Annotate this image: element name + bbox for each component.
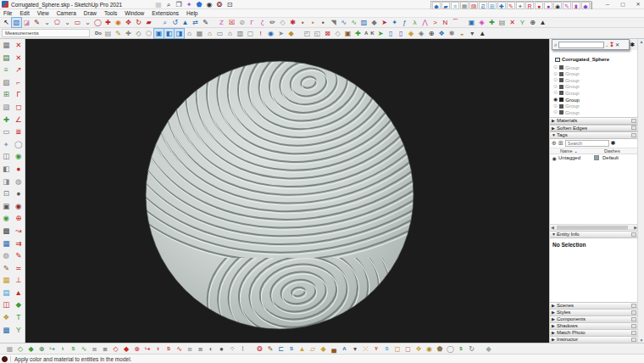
chevron-down-icon[interactable]: ⌄	[605, 42, 608, 47]
plugin-tool-icon[interactable]: ▦	[1, 275, 11, 285]
plugin-tool-icon[interactable]: ↗	[14, 64, 24, 75]
plugin-tool-icon[interactable]: ↝	[14, 226, 24, 236]
plugin-tool-icon[interactable]: ◍	[14, 176, 24, 187]
plugin-tool-icon[interactable]: ◧	[1, 164, 11, 174]
plugin-tool-icon[interactable]: ≡	[451, 2, 459, 9]
outliner-group-row[interactable]: ⊙Group	[553, 64, 580, 70]
plugin-tool-icon[interactable]: ⊏	[276, 344, 286, 354]
plugin-tool-icon[interactable]: ▨	[469, 2, 478, 9]
house-icon[interactable]: ⌂	[225, 29, 235, 38]
plugin-tool-icon[interactable]: S	[69, 344, 78, 354]
plugin-tool-icon[interactable]: ✕	[14, 53, 24, 63]
plugin-tool-icon[interactable]: ≣	[14, 126, 24, 137]
outliner-root-item[interactable]: Corrugated_Sphere	[555, 57, 609, 62]
pencil-icon[interactable]: ✎	[32, 18, 42, 27]
add-tag-icon[interactable]: ⊕	[552, 140, 557, 147]
plugin-tool-icon[interactable]: ↻	[467, 344, 476, 354]
plugin-tool-icon[interactable]: ◆	[407, 29, 416, 38]
plugin-tool-icon[interactable]: ▾	[351, 344, 360, 354]
plugin-tool-icon[interactable]: R	[525, 2, 534, 9]
plugin-tool-icon[interactable]: ◉	[553, 2, 562, 9]
plugin-tool-icon[interactable]: Y	[372, 344, 381, 354]
eye-icon[interactable]: ⊙	[553, 64, 558, 70]
scrollbar-thumb[interactable]	[557, 226, 628, 230]
lock-user-icon[interactable]: ⬟	[195, 1, 203, 9]
move-icon[interactable]: ✥	[124, 18, 133, 27]
plugin-tool-icon[interactable]: ▾	[468, 29, 477, 38]
menu-item-edit[interactable]: Edit	[19, 10, 29, 16]
menu-item-tools[interactable]: Tools	[104, 10, 117, 16]
plugin-tool-icon[interactable]: ▢	[246, 29, 255, 38]
plugin-tool-icon[interactable]: ⌄	[63, 18, 72, 27]
plugin-tool-icon[interactable]: ⧈	[90, 344, 99, 354]
plugin-tool-icon[interactable]: ▤	[1, 53, 11, 63]
shapes-icon[interactable]: ⬠	[53, 18, 62, 27]
section-header-soften-edges[interactable]: ▶ Soften Edges ·	[550, 125, 638, 132]
plugin-tool-icon[interactable]: ❖	[1, 312, 11, 322]
add-tag-folder-icon[interactable]: ⊞	[558, 140, 564, 147]
plugin-tool-icon[interactable]: ⊕	[427, 29, 436, 38]
section-menu-button[interactable]: ·	[631, 126, 636, 130]
plugin-tool-icon[interactable]: ⧈	[101, 344, 110, 354]
plugin-tool-icon[interactable]: ▩	[1, 226, 11, 236]
plugin-tool-icon[interactable]: ⊞	[1, 89, 11, 99]
tags-name-column[interactable]: Name ⌄	[550, 148, 604, 154]
plugin-tool-icon[interactable]: ◉	[14, 201, 24, 211]
plugin-tool-icon[interactable]: λ	[410, 18, 419, 27]
section-menu-button[interactable]: ·	[631, 324, 636, 328]
plugin-tool-icon[interactable]: K	[369, 29, 375, 38]
plugin-tool-icon[interactable]: ☒	[227, 18, 236, 27]
plugin-tool-icon[interactable]: Ƨ	[479, 2, 487, 9]
plugin-tool-icon[interactable]: ⊕	[132, 344, 142, 354]
plugin-tool-icon[interactable]: ⧈	[186, 344, 195, 354]
section-header-materials[interactable]: ▶ Materials ·	[550, 117, 638, 125]
plugin-tool-icon[interactable]: ◈	[417, 29, 426, 38]
plugin-tool-icon[interactable]: ◆	[26, 344, 36, 354]
plugin-tool-icon[interactable]: ◆	[286, 29, 296, 38]
plugin-tool-icon[interactable]: ❖	[437, 29, 447, 38]
plugin-tool-icon[interactable]: ⌐	[14, 77, 24, 87]
sparkle-icon[interactable]: ✦	[185, 1, 193, 9]
plugin-tool-icon[interactable]: ◰	[303, 29, 312, 38]
plugin-tool-icon[interactable]: ⊥	[14, 275, 24, 285]
eye-icon[interactable]: ◉	[205, 1, 214, 9]
screen-share-icon[interactable]: ⊡	[225, 1, 234, 9]
plugin-tool-icon[interactable]: ◆	[319, 344, 328, 354]
search-input[interactable]	[558, 42, 604, 48]
tag-row-untagged[interactable]: ◉ Untagged Default	[550, 154, 638, 161]
plugin-tool-icon[interactable]: ✱	[447, 29, 457, 38]
plugin-tool-icon[interactable]: ▣	[154, 29, 164, 38]
plugin-tool-icon[interactable]: ▪	[298, 18, 308, 27]
outliner-group-row[interactable]: ◉Group	[553, 97, 580, 103]
plugin-tool-icon[interactable]: ⬟	[436, 344, 445, 354]
plugin-tool-icon[interactable]: ∿	[339, 18, 348, 27]
plugin-tool-icon[interactable]: ✚	[353, 29, 363, 38]
plugin-tool-icon[interactable]: ▤	[497, 18, 507, 27]
plugin-tool-icon[interactable]: ◇	[111, 344, 120, 354]
plugin-tool-icon[interactable]: $	[457, 344, 466, 354]
plugin-tool-icon[interactable]: ✎	[14, 250, 24, 260]
plugin-tool-icon[interactable]: ◒	[458, 29, 467, 38]
plugin-tool-icon[interactable]: ✎	[114, 29, 123, 38]
plugin-tool-icon[interactable]: ζ	[258, 18, 267, 27]
eye-icon[interactable]: ⊙	[553, 84, 558, 90]
plugin-tool-icon[interactable]: ◉	[1, 213, 11, 223]
menu-item-camera[interactable]: Camera	[57, 10, 76, 16]
plugin-tool-icon[interactable]: ▪	[308, 18, 318, 27]
plugin-tool-icon[interactable]: ✦	[390, 18, 399, 27]
plugin-tool-icon[interactable]: ◐	[207, 344, 216, 354]
close-icon[interactable]: ✕	[615, 42, 619, 47]
grid-icon[interactable]: ▦	[154, 1, 163, 9]
plugin-tool-icon[interactable]: ❖	[414, 344, 424, 354]
eye-icon[interactable]: ◉	[550, 155, 558, 161]
outliner-group-row[interactable]: ⊙Group	[553, 84, 580, 90]
plugin-tool-icon[interactable]: ◻	[393, 344, 402, 354]
plugin-tool-icon[interactable]: ⬡	[144, 29, 153, 38]
outliner-group-row[interactable]: ⊙Group	[553, 90, 580, 96]
plugin-tool-icon[interactable]: ◍	[1, 250, 11, 260]
plugin-tool-icon[interactable]: ⁘	[228, 344, 237, 354]
plugin-tool-icon[interactable]: ◻	[14, 102, 24, 112]
plugin-tool-icon[interactable]: ◱	[313, 29, 322, 38]
section-menu-button[interactable]: ·	[631, 338, 636, 342]
pin-icon[interactable]: ↧	[609, 42, 614, 48]
